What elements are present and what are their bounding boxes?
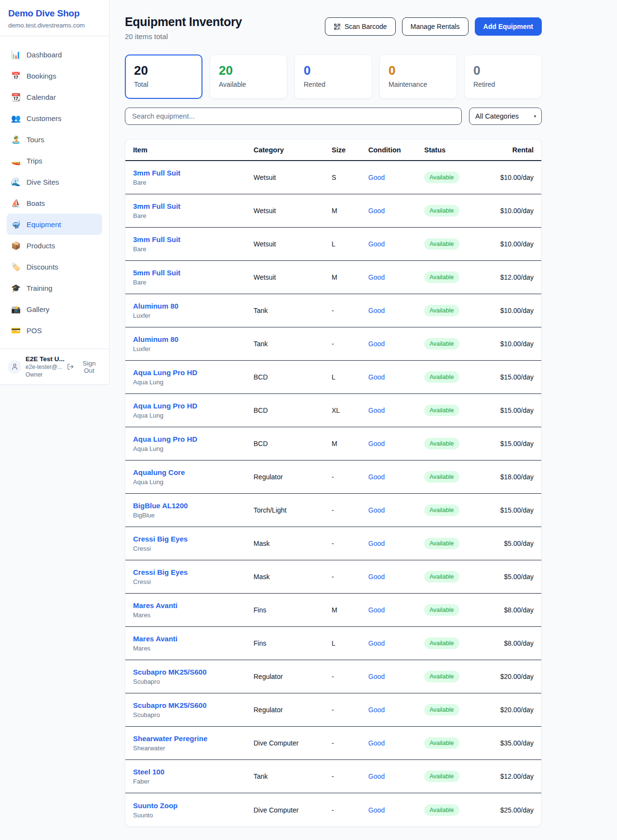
sidebar-item[interactable]: 📦 Products xyxy=(7,235,102,256)
item-link[interactable]: Scubapro MK25/S600 xyxy=(133,701,207,709)
item-link[interactable]: Mares Avanti xyxy=(133,601,177,610)
item-link[interactable]: 5mm Full Suit xyxy=(133,269,180,277)
table-row: Shearwater Peregrine Shearwater Dive Com… xyxy=(125,727,541,760)
sidebar-item[interactable]: 📸 Gallery xyxy=(7,298,102,320)
title-block: Equipment Inventory 20 items total xyxy=(125,15,242,41)
item-cell: Aqua Lung Pro HD Aqua Lung xyxy=(133,435,254,452)
condition-link[interactable]: Good xyxy=(368,307,385,314)
item-link[interactable]: Steel 100 xyxy=(133,768,164,776)
sidebar-item[interactable]: 👥 Customers xyxy=(7,108,102,129)
status-cell: Available xyxy=(424,804,487,816)
condition-link[interactable]: Good xyxy=(368,406,385,414)
sidebar-item[interactable]: 💳 POS xyxy=(7,320,102,341)
item-link[interactable]: Aqualung Core xyxy=(133,468,185,476)
condition-link[interactable]: Good xyxy=(368,806,385,814)
item-brand: BigBlue xyxy=(133,512,254,519)
sidebar-item-icon: 📊 xyxy=(11,50,21,59)
condition-link[interactable]: Good xyxy=(368,473,385,481)
item-link[interactable]: 3mm Full Suit xyxy=(133,202,180,210)
status-cell: Available xyxy=(424,172,487,183)
condition-link[interactable]: Good xyxy=(368,240,385,248)
header-actions: Scan Barcode Manage Rentals Add Equipmen… xyxy=(325,17,542,36)
status-cell: Available xyxy=(424,338,487,350)
sidebar-item[interactable]: 🚤 Trips xyxy=(7,150,102,171)
condition-link[interactable]: Good xyxy=(368,639,385,647)
stat-card[interactable]: 0 Retired xyxy=(464,54,542,99)
rental-cell: $10.00/day xyxy=(487,307,534,314)
manage-rentals-button[interactable]: Manage Rentals xyxy=(402,17,469,36)
item-link[interactable]: Mares Avanti xyxy=(133,635,177,643)
item-link[interactable]: 3mm Full Suit xyxy=(133,169,180,177)
condition-link[interactable]: Good xyxy=(368,772,385,780)
condition-link[interactable]: Good xyxy=(368,207,385,215)
sidebar-item[interactable]: 📆 Calendar xyxy=(7,86,102,108)
size-cell: S xyxy=(332,174,368,181)
sidebar-item-icon: 📅 xyxy=(11,71,21,81)
condition-link[interactable]: Good xyxy=(368,506,385,514)
status-cell: Available xyxy=(424,771,487,782)
condition-link[interactable]: Good xyxy=(368,174,385,181)
condition-link[interactable]: Good xyxy=(368,739,385,747)
item-link[interactable]: Cressi Big Eyes xyxy=(133,568,188,576)
status-badge: Available xyxy=(424,771,459,782)
condition-link[interactable]: Good xyxy=(368,673,385,680)
sidebar-item[interactable]: 📊 Dashboard xyxy=(7,44,102,65)
search-input[interactable] xyxy=(125,108,462,125)
condition-link[interactable]: Good xyxy=(368,606,385,614)
sidebar-item[interactable]: ⛵ Boats xyxy=(7,192,102,214)
status-cell: Available xyxy=(424,704,487,716)
condition-link[interactable]: Good xyxy=(368,440,385,447)
condition-link[interactable]: Good xyxy=(368,273,385,281)
sidebar-item[interactable]: 🎓 Training xyxy=(7,277,102,298)
item-link[interactable]: Cressi Big Eyes xyxy=(133,535,188,543)
sign-out-button[interactable]: Sign Out xyxy=(67,360,101,374)
sidebar-item[interactable]: 🏷️ Discounts xyxy=(7,256,102,277)
item-brand: Bare xyxy=(133,245,254,253)
item-cell: 3mm Full Suit Bare xyxy=(133,202,254,219)
item-cell: Scubapro MK25/S600 Scubapro xyxy=(133,701,254,718)
stat-card[interactable]: 0 Maintenance xyxy=(379,54,457,99)
scan-barcode-button[interactable]: Scan Barcode xyxy=(325,17,396,36)
condition-cell: Good xyxy=(368,174,424,181)
column-header-rental: Rental xyxy=(487,146,534,154)
item-link[interactable]: Aluminum 80 xyxy=(133,335,178,343)
condition-link[interactable]: Good xyxy=(368,706,385,714)
status-badge: Available xyxy=(424,504,459,516)
item-link[interactable]: Suunto Zoop xyxy=(133,801,177,810)
item-link[interactable]: 3mm Full Suit xyxy=(133,235,180,244)
item-cell: 5mm Full Suit Bare xyxy=(133,269,254,286)
category-cell: Dive Computer xyxy=(254,806,332,814)
rental-cell: $10.00/day xyxy=(487,240,534,248)
stat-card[interactable]: 20 Total xyxy=(125,54,202,99)
stat-card[interactable]: 20 Available xyxy=(210,54,287,99)
stat-label: Total xyxy=(134,81,193,88)
category-select[interactable]: All Categories xyxy=(469,108,542,125)
table-row: 3mm Full Suit Bare Wetsuit M Good Availa… xyxy=(125,194,541,228)
sidebar-item[interactable]: 🌊 Dive Sites xyxy=(7,171,102,192)
rental-cell: $20.00/day xyxy=(487,706,534,714)
add-equipment-button[interactable]: Add Equipment xyxy=(475,17,542,36)
item-brand: Bare xyxy=(133,179,254,186)
condition-link[interactable]: Good xyxy=(368,373,385,381)
item-link[interactable]: Aqua Lung Pro HD xyxy=(133,402,197,410)
item-link[interactable]: Aqua Lung Pro HD xyxy=(133,368,197,377)
item-link[interactable]: Aqua Lung Pro HD xyxy=(133,435,197,443)
condition-link[interactable]: Good xyxy=(368,573,385,581)
table-row: Suunto Zoop Suunto Dive Computer - Good … xyxy=(125,793,541,826)
item-link[interactable]: Shearwater Peregrine xyxy=(133,734,207,743)
brand-domain: demo.test.divestreams.com xyxy=(8,22,101,29)
table-row: Scubapro MK25/S600 Scubapro Regulator - … xyxy=(125,660,541,693)
brand-block: Demo Dive Shop demo.test.divestreams.com xyxy=(0,0,109,36)
sidebar-item[interactable]: 📅 Bookings xyxy=(7,65,102,86)
item-link[interactable]: BigBlue AL1200 xyxy=(133,501,188,510)
condition-link[interactable]: Good xyxy=(368,340,385,348)
stat-card[interactable]: 0 Rented xyxy=(295,54,372,99)
category-cell: Mask xyxy=(254,573,332,581)
item-link[interactable]: Aluminum 80 xyxy=(133,302,178,310)
condition-link[interactable]: Good xyxy=(368,540,385,547)
sidebar-item[interactable]: 🤿 Equipment xyxy=(7,214,102,235)
item-link[interactable]: Scubapro MK25/S600 xyxy=(133,668,207,676)
size-cell: - xyxy=(332,673,368,680)
column-header-size: Size xyxy=(332,146,368,154)
sidebar-item[interactable]: 🏝️ Tours xyxy=(7,129,102,150)
